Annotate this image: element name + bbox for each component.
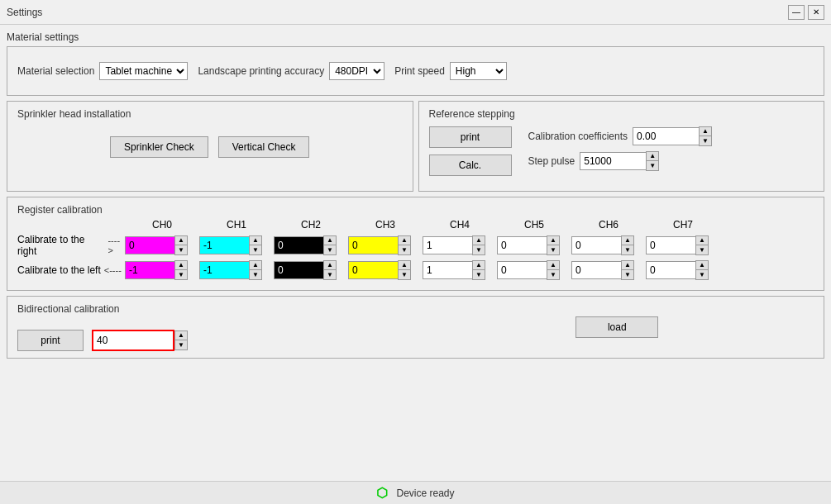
left-ch7-cell: ▲ ▼ (646, 260, 720, 280)
right-ch6-input[interactable] (571, 236, 621, 254)
material-settings-section: Material settings Material selection Tab… (7, 31, 824, 96)
left-ch2-input[interactable] (274, 261, 323, 279)
left-ch4-down[interactable]: ▼ (473, 270, 485, 279)
right-ch0-down[interactable]: ▼ (175, 245, 187, 254)
left-ch3-input[interactable] (348, 261, 398, 279)
left-ch4-up[interactable]: ▲ (473, 261, 485, 270)
calibration-coeff-input[interactable] (633, 127, 699, 145)
step-pulse-up[interactable]: ▲ (647, 152, 658, 161)
right-ch4-input[interactable] (423, 236, 472, 254)
left-ch0-spinner: ▲ ▼ (125, 260, 188, 280)
left-ch2-up[interactable]: ▲ (324, 261, 336, 270)
right-ch7-input[interactable] (646, 236, 695, 254)
left-ch3-up[interactable]: ▲ (399, 261, 410, 270)
bidirectional-label: Bidirectional calibration (17, 303, 411, 315)
sprinkler-check-button[interactable]: Sprinkler Check (110, 136, 208, 158)
print-speed-label: Print speed (394, 65, 445, 77)
left-ch7-down[interactable]: ▼ (696, 270, 708, 279)
right-ch2-up[interactable]: ▲ (324, 236, 336, 245)
right-ch3-down[interactable]: ▼ (399, 245, 410, 254)
left-ch6-up[interactable]: ▲ (622, 261, 633, 270)
right-ch2-spin-btns: ▲ ▼ (323, 235, 337, 255)
left-ch5-spin-btns: ▲ ▼ (547, 260, 560, 280)
close-button[interactable]: ✕ (808, 5, 824, 20)
calibration-coeff-label: Calibration coefficients (528, 131, 628, 142)
right-ch5-up[interactable]: ▲ (547, 236, 559, 245)
left-ch0-down[interactable]: ▼ (175, 270, 187, 279)
print-speed-dropdown[interactable]: High Medium Low (450, 62, 507, 80)
bidir-print-button[interactable]: print (17, 330, 84, 351)
left-ch7-input[interactable] (646, 261, 695, 279)
material-selection-dropdown[interactable]: Tablet machine Other (99, 62, 188, 80)
left-ch0-cell: ▲ ▼ (125, 260, 199, 280)
bidir-value-down[interactable]: ▼ (175, 340, 187, 349)
print-speed-group: Print speed High Medium Low (394, 62, 507, 80)
left-ch7-up[interactable]: ▲ (696, 261, 708, 270)
bidir-load-button[interactable]: load (575, 316, 658, 338)
title-bar: Settings — ✕ (0, 0, 831, 25)
reference-calc-button[interactable]: Calc. (429, 155, 512, 176)
left-ch5-cell: ▲ ▼ (497, 260, 571, 280)
step-pulse-input[interactable] (580, 152, 646, 170)
left-ch1-spin-btns: ▲ ▼ (249, 260, 262, 280)
right-ch6-up[interactable]: ▲ (622, 236, 633, 245)
left-ch6-spinner: ▲ ▼ (571, 260, 634, 280)
left-ch1-down[interactable]: ▼ (250, 270, 261, 279)
left-ch0-input[interactable] (125, 261, 174, 279)
left-ch4-input[interactable] (423, 261, 472, 279)
left-ch2-down[interactable]: ▼ (324, 270, 336, 279)
status-text: Device ready (396, 487, 454, 499)
status-icon: ⬡ (376, 485, 388, 501)
right-ch5-input[interactable] (497, 236, 547, 254)
left-ch0-up[interactable]: ▲ (175, 261, 187, 270)
left-ch3-down[interactable]: ▼ (399, 270, 410, 279)
left-ch6-input[interactable] (571, 261, 621, 279)
right-ch4-cell: ▲ ▼ (423, 235, 497, 255)
right-ch4-down[interactable]: ▼ (473, 245, 485, 254)
bidir-value-up[interactable]: ▲ (175, 331, 187, 340)
right-ch3-input[interactable] (348, 236, 398, 254)
right-ch6-down[interactable]: ▼ (622, 245, 633, 254)
left-ch0-spin-btns: ▲ ▼ (174, 260, 188, 280)
calibration-coeff-up[interactable]: ▲ (700, 127, 711, 136)
left-ch1-input[interactable] (199, 261, 249, 279)
landscape-dropdown[interactable]: 480DPI 360DPI 720DPI (329, 62, 384, 80)
left-ch6-down[interactable]: ▼ (622, 270, 633, 279)
left-ch1-up[interactable]: ▲ (250, 261, 261, 270)
calibrate-right-arrow: ----> (107, 235, 125, 255)
left-ch5-input[interactable] (497, 261, 547, 279)
right-ch7-up[interactable]: ▲ (696, 236, 708, 245)
ch0-header: CH0 (125, 219, 199, 231)
right-ch5-down[interactable]: ▼ (547, 245, 559, 254)
right-ch7-cell: ▲ ▼ (646, 235, 720, 255)
right-ch2-cell: ▲ ▼ (274, 235, 348, 255)
right-ch1-down[interactable]: ▼ (250, 245, 261, 254)
left-ch5-down[interactable]: ▼ (547, 270, 559, 279)
right-ch2-down[interactable]: ▼ (324, 245, 336, 254)
vertical-check-button[interactable]: Vertical Check (218, 136, 310, 158)
right-ch0-up[interactable]: ▲ (175, 236, 187, 245)
ch7-header: CH7 (646, 219, 720, 231)
right-ch7-down[interactable]: ▼ (696, 245, 708, 254)
right-ch1-input[interactable] (199, 236, 249, 254)
left-ch4-spin-btns: ▲ ▼ (472, 260, 485, 280)
left-ch2-cell: ▲ ▼ (274, 260, 348, 280)
left-ch5-up[interactable]: ▲ (547, 261, 559, 270)
right-ch0-input[interactable] (125, 236, 174, 254)
reference-print-button[interactable]: print (429, 126, 512, 148)
calibration-coeff-down[interactable]: ▼ (700, 136, 711, 145)
right-ch3-up[interactable]: ▲ (399, 236, 410, 245)
right-ch2-input[interactable] (274, 236, 323, 254)
calibrate-right-text: Calibrate to the right (17, 234, 104, 257)
right-ch4-up[interactable]: ▲ (473, 236, 485, 245)
landscape-accuracy-group: Landscape printing accuracy 480DPI 360DP… (198, 62, 384, 80)
right-ch1-up[interactable]: ▲ (250, 236, 261, 245)
minimize-button[interactable]: — (788, 5, 805, 20)
bidir-value-input[interactable] (92, 330, 174, 351)
step-pulse-down[interactable]: ▼ (647, 161, 658, 170)
left-ch4-spinner: ▲ ▼ (423, 260, 485, 280)
right-ch5-spin-btns: ▲ ▼ (547, 235, 560, 255)
calibrate-right-row: Calibrate to the right ----> ▲ ▼ (17, 234, 814, 257)
bidir-value-group: ▲ ▼ (92, 330, 188, 351)
material-selection-group: Material selection Tablet machine Other (17, 62, 188, 80)
